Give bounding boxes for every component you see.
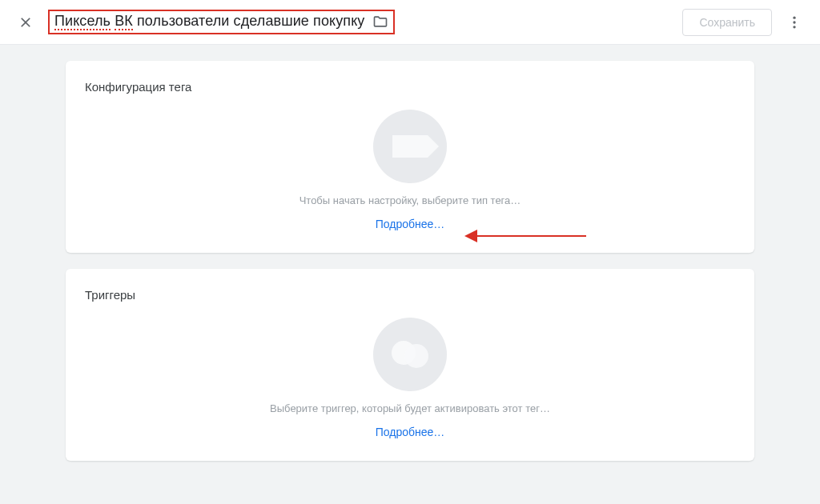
trigger-icon-circle [373,318,447,391]
close-icon [18,14,34,30]
trigger-icon [392,336,428,373]
tag-config-learn-more-link[interactable]: Подробнее… [376,218,445,230]
kebab-icon [786,14,802,30]
triggers-learn-more-link[interactable]: Подробнее… [376,426,445,438]
tag-config-hint: Чтобы начать настройку, выберите тип тег… [299,194,521,206]
close-button[interactable] [10,6,42,38]
triggers-title: Триггеры [85,288,735,302]
triggers-card[interactable]: Триггеры Выберите триггер, который будет… [66,269,754,461]
svg-point-2 [793,26,795,28]
svg-point-0 [793,16,795,18]
tag-icon [392,135,428,158]
title-word-1: Пиксель [54,13,111,30]
svg-point-1 [793,21,795,23]
triggers-placeholder: Выберите триггер, который будет активиро… [85,318,735,438]
triggers-hint: Выберите триггер, который будет активиро… [270,402,550,414]
more-menu-button[interactable] [778,6,810,38]
title-rest: пользователи сделавшие покупку [133,13,365,29]
tag-config-title: Конфигурация тега [85,80,735,94]
tag-name-input[interactable]: Пиксель ВК пользователи сделавшие покупк… [54,13,364,30]
folder-icon[interactable] [372,14,388,30]
tag-configuration-card[interactable]: Конфигурация тега Чтобы начать настройку… [66,61,754,253]
save-button[interactable]: Сохранить [682,9,772,36]
header-bar: Пиксель ВК пользователи сделавшие покупк… [0,0,820,45]
title-word-2: ВК [115,13,133,30]
tag-config-placeholder: Чтобы начать настройку, выберите тип тег… [85,110,735,230]
title-highlight-box: Пиксель ВК пользователи сделавшие покупк… [48,10,395,34]
tag-type-icon-circle [373,110,447,183]
content-area: Конфигурация тега Чтобы начать настройку… [0,45,820,493]
